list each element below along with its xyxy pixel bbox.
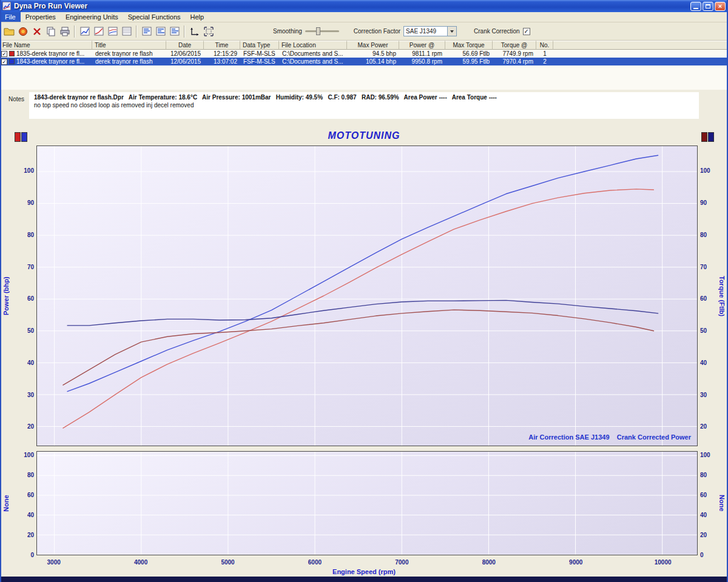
lower-left-tick-label: 60 xyxy=(11,492,34,499)
correction-factor-label: Correction Factor xyxy=(354,28,400,35)
fit-axes-button[interactable] xyxy=(187,24,201,38)
menu-help[interactable]: Help xyxy=(186,12,209,22)
col-header-torque-at[interactable]: Torque @ xyxy=(493,41,536,50)
crank-correction-checkbox[interactable]: ✓ xyxy=(523,28,530,35)
graph-data-button[interactable] xyxy=(120,24,133,38)
graph-line-button[interactable] xyxy=(78,24,92,38)
fit-axes-icon xyxy=(189,26,200,37)
minimize-button[interactable] xyxy=(690,2,701,11)
trace-color-chip[interactable] xyxy=(9,51,15,56)
correction-factor-control: Correction Factor SAE J1349 xyxy=(354,26,457,36)
menu-engineering-units[interactable]: Engineering Units xyxy=(61,12,123,22)
power-axis-tick-label: 40 xyxy=(11,360,34,367)
lower-left-tick-label: 0 xyxy=(11,552,34,559)
menu-properties[interactable]: Properties xyxy=(21,12,61,22)
max-power-cell: 94.5 bhp xyxy=(347,50,399,58)
no-cell: 2 xyxy=(536,58,553,65)
smoothing-slider[interactable] xyxy=(305,30,339,32)
window-title: Dyna Pro Run Viewer xyxy=(14,2,689,10)
menu-file[interactable]: File xyxy=(0,12,21,22)
rpm-tick-label: 9000 xyxy=(561,559,590,566)
print-button[interactable] xyxy=(58,24,72,38)
col-header-title[interactable]: Title xyxy=(92,41,166,50)
torque-at-cell: 7749.9 rpm xyxy=(493,50,536,58)
close-button[interactable]: × xyxy=(715,2,726,11)
open-file-button[interactable] xyxy=(2,24,16,38)
col-header-max-power[interactable]: Max Power xyxy=(347,41,399,50)
no-cell: 1 xyxy=(536,50,553,58)
run-visible-checkbox[interactable]: ✓ xyxy=(1,59,7,65)
table-row[interactable]: ✓ 1843-derek traynor re fl... derek tray… xyxy=(0,58,728,65)
graph-power-button[interactable] xyxy=(92,24,106,38)
run-bars-2-button[interactable] xyxy=(153,24,167,38)
table-row[interactable]: ✓ 1835-derek traynor re fl... derek tray… xyxy=(0,50,728,58)
power-color-swatch-red[interactable] xyxy=(15,132,21,142)
chart-annotation: Air Correction SAE J1349 Crank Corrected… xyxy=(528,433,691,441)
col-header-max-torque[interactable]: Max Torque xyxy=(445,41,493,50)
correction-factor-dropdown[interactable]: SAE J1349 xyxy=(403,26,457,36)
rpm-tick-label: 7000 xyxy=(387,559,416,566)
trace-color-chip[interactable] xyxy=(9,59,15,64)
menu-special-functions[interactable]: Special Functions xyxy=(123,12,186,22)
copy-run-button[interactable] xyxy=(44,24,58,38)
graph-torque-button[interactable] xyxy=(106,24,120,38)
delete-run-button[interactable] xyxy=(30,24,44,38)
col-header-no[interactable]: No. xyxy=(536,41,553,50)
toolbar-buttons xyxy=(2,24,215,38)
col-header-power-at[interactable]: Power @ xyxy=(399,41,445,50)
close-icon: × xyxy=(718,2,722,10)
torque-color-swatch-red[interactable] xyxy=(701,132,707,142)
max-torque-cell: 59.95 Ftlb xyxy=(445,58,493,65)
notes-line-2: no top speed no closed loop ais removed … xyxy=(34,102,694,109)
run-bars-1-icon xyxy=(141,26,152,37)
zoom-extents-button[interactable] xyxy=(201,24,215,38)
run-table-header: File Name Title Date Time Data Type File… xyxy=(0,41,728,50)
right-axis-title: Torque (Ftlb) xyxy=(718,146,726,446)
main-chart-svg xyxy=(37,146,697,446)
rpm-tick-label: 5000 xyxy=(214,559,243,566)
toolbar-separator xyxy=(136,25,137,38)
run-bars-3-button[interactable] xyxy=(167,24,181,38)
rpm-tick-label: 3000 xyxy=(39,559,69,566)
file-name-text: 1843-derek traynor re fl... xyxy=(16,58,84,65)
secondary-chart-plot[interactable] xyxy=(36,451,698,555)
toolbar-separator xyxy=(74,25,75,38)
runs-gauge-icon xyxy=(18,26,29,37)
col-header-data-type[interactable]: Data Type xyxy=(240,41,279,50)
notes-label: Notes xyxy=(8,96,24,102)
dropdown-arrow-button[interactable] xyxy=(447,27,456,36)
main-chart-plot[interactable]: Air Correction SAE J1349 Crank Corrected… xyxy=(36,146,698,446)
filler-cell xyxy=(553,50,728,58)
copy-run-icon xyxy=(46,26,56,37)
run-bars-1-button[interactable] xyxy=(140,24,153,38)
run-bars-3-icon xyxy=(169,26,180,37)
left-axis-title: Power (bhp) xyxy=(2,146,10,446)
chevron-down-icon xyxy=(450,30,454,33)
lower-left-tick-label: 40 xyxy=(11,512,34,519)
power-axis-tick-label: 60 xyxy=(11,295,34,303)
power-at-cell: 9950.8 rpm xyxy=(399,58,445,65)
run-visible-checkbox[interactable]: ✓ xyxy=(1,51,7,57)
lower-right-axis-title: None xyxy=(718,451,726,555)
minimize-icon xyxy=(693,8,698,9)
date-cell: 12/06/2015 xyxy=(166,50,204,58)
col-header-file-name[interactable]: File Name xyxy=(0,41,92,50)
run-table: File Name Title Date Time Data Type File… xyxy=(0,41,728,90)
runs-gauge-button[interactable] xyxy=(16,24,30,38)
power-color-swatch-blue[interactable] xyxy=(21,132,27,142)
notes-box[interactable]: 1843-derek traynor re flash.Dpr Air Temp… xyxy=(29,92,699,119)
file-name-text: 1835-derek traynor re fl... xyxy=(16,50,84,58)
col-header-file-location[interactable]: File Location xyxy=(279,41,347,50)
col-header-time[interactable]: Time xyxy=(204,41,240,50)
correction-factor-value: SAE J1349 xyxy=(404,28,447,35)
power-axis-tick-label: 90 xyxy=(11,199,34,207)
col-header-date[interactable]: Date xyxy=(166,41,204,50)
torque-color-swatch-blue[interactable] xyxy=(708,132,714,142)
power-axis-tick-label: 20 xyxy=(11,423,34,430)
date-cell: 12/06/2015 xyxy=(166,58,204,65)
maximize-button[interactable] xyxy=(703,2,713,11)
smoothing-slider-thumb[interactable] xyxy=(316,27,320,35)
delete-run-icon xyxy=(32,26,42,37)
torque-at-cell: 7970.4 rpm xyxy=(493,58,536,65)
graph-data-icon xyxy=(121,26,132,37)
